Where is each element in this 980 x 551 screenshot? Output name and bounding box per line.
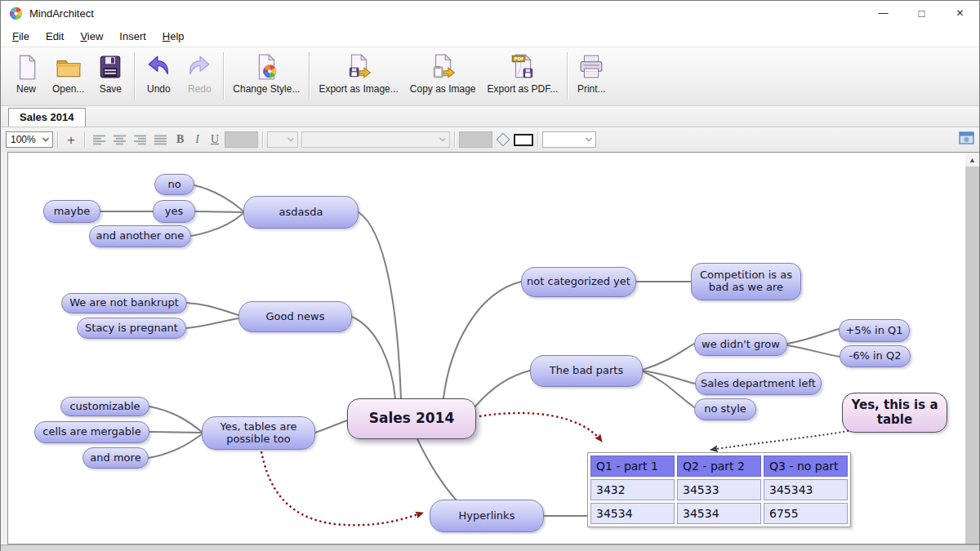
chevron-down-icon	[287, 136, 295, 143]
save-floppy-icon	[96, 51, 125, 82]
export-pdf-icon: PDF	[508, 51, 537, 82]
chevron-down-icon	[439, 136, 447, 143]
table-header-cell[interactable]: Q2 - part 2	[677, 455, 761, 477]
table-cell[interactable]: 345343	[764, 479, 848, 500]
table-header-cell[interactable]: Q3 - no part	[764, 455, 848, 477]
align-right-icon[interactable]	[130, 133, 150, 147]
mindmap-node-we-are-not-bankrupt[interactable]: We are not bankrupt	[61, 293, 187, 313]
table-row: 34534 34534 6755	[590, 503, 848, 524]
mindmap-node-plus5-q1[interactable]: +5% in Q1	[839, 319, 910, 342]
scroll-up-icon[interactable]: ▲	[965, 153, 979, 167]
shape-diamond-icon[interactable]	[497, 133, 510, 147]
close-button[interactable]: ✕	[941, 1, 979, 25]
mindmap-node-good-news[interactable]: Good news	[238, 301, 352, 332]
change-style-button[interactable]: Change Style...	[227, 50, 305, 96]
mindmap-node-sales-2014-central[interactable]: Sales 2014	[347, 398, 476, 439]
format-toolbar: 100% + B I U	[1, 127, 979, 152]
new-document-icon	[11, 51, 41, 82]
change-style-icon	[252, 51, 281, 82]
minimize-button[interactable]: —	[864, 1, 902, 25]
mindmap-node-customizable[interactable]: customizable	[60, 397, 149, 416]
tab-bar: Sales 2014	[1, 106, 979, 127]
mindmap-node-we-didnt-grow[interactable]: we didn't grow	[694, 333, 787, 356]
table-cell[interactable]: 34533	[677, 479, 761, 500]
open-button[interactable]: Open...	[47, 50, 90, 96]
bold-button[interactable]: B	[171, 132, 189, 147]
mindmap-canvas[interactable]: no maybe yes and another one asdasda We …	[7, 152, 979, 544]
copy-image-icon	[428, 51, 457, 82]
fill-color-swatch[interactable]	[459, 131, 492, 148]
mindmap-node-yes-tables-possible[interactable]: Yes, tables are possible too	[202, 416, 315, 450]
add-zoom-button[interactable]: +	[62, 133, 80, 147]
menu-edit[interactable]: Edit	[38, 28, 72, 45]
app-window: MindArchitect — □ ✕ File Edit View Inser…	[0, 0, 980, 551]
menu-file[interactable]: File	[4, 28, 38, 45]
mindmap-node-yes-this-is-a-table[interactable]: Yes, this is a table	[842, 393, 947, 433]
table-cell[interactable]: 6755	[764, 503, 848, 524]
table-cell[interactable]: 3432	[590, 479, 675, 500]
toolbar-separator	[134, 52, 135, 100]
redo-button[interactable]: Redo	[179, 50, 220, 96]
formatbar-separator	[537, 131, 538, 148]
mindmap-node-no[interactable]: no	[154, 174, 194, 195]
print-button[interactable]: Print...	[571, 50, 612, 96]
border-style-icon[interactable]	[514, 134, 533, 146]
table-row: 3432 34533 345343	[590, 479, 848, 500]
mindmap-table[interactable]: Q1 - part 1 Q2 - part 2 Q3 - no part 343…	[587, 452, 851, 527]
save-button[interactable]: Save	[90, 50, 131, 96]
line-style-select[interactable]	[542, 131, 596, 148]
main-toolbar: New Open... Save	[1, 47, 979, 106]
export-image-icon	[344, 51, 373, 82]
align-center-icon[interactable]	[109, 133, 130, 147]
export-image-button[interactable]: Export as Image...	[313, 50, 403, 96]
mindmap-node-yes[interactable]: yes	[153, 200, 195, 223]
copy-image-button[interactable]: Copy as Image	[404, 50, 482, 96]
table-cell[interactable]: 34534	[590, 503, 675, 524]
formatbar-separator	[454, 131, 455, 148]
print-icon	[577, 51, 606, 82]
vertical-scrollbar[interactable]: ▲	[965, 153, 979, 544]
font-color-swatch[interactable]	[225, 131, 258, 148]
font-family-select[interactable]	[301, 131, 450, 148]
open-folder-icon	[54, 51, 83, 82]
menu-bar: File Edit View Insert Help	[1, 25, 979, 47]
mindmap-node-competition[interactable]: Competition is as bad as we are	[691, 263, 801, 300]
toolbar-separator	[309, 52, 310, 100]
mindmap-node-the-bad-parts[interactable]: The bad parts	[530, 355, 643, 387]
table-header-cell[interactable]: Q1 - part 1	[590, 455, 675, 477]
maximize-button[interactable]: □	[902, 1, 941, 25]
align-justify-icon[interactable]	[150, 133, 171, 147]
zoom-select[interactable]: 100%	[6, 131, 53, 148]
mindmap-node-and-another-one[interactable]: and another one	[89, 225, 191, 247]
mindmap-node-not-categorized-yet[interactable]: not categorized yet	[521, 267, 636, 297]
new-button[interactable]: New	[6, 50, 47, 96]
formatbar-separator	[262, 131, 263, 148]
underline-button[interactable]: U	[205, 132, 225, 147]
mindmap-node-asdasda[interactable]: asdasda	[243, 196, 359, 229]
undo-icon	[144, 51, 173, 82]
redo-icon	[185, 51, 214, 82]
export-pdf-button[interactable]: PDF Export as PDF...	[482, 50, 564, 96]
toolbar-separator	[567, 52, 568, 100]
mindmap-node-stacy-is-pregnant[interactable]: Stacy is pregnant	[77, 318, 186, 339]
menu-insert[interactable]: Insert	[111, 28, 154, 45]
svg-text:PDF: PDF	[514, 56, 524, 61]
table-header-row: Q1 - part 1 Q2 - part 2 Q3 - no part	[590, 455, 848, 477]
mindmap-node-hyperlinks[interactable]: Hyperlinks	[430, 500, 544, 532]
table-cell[interactable]: 34534	[677, 503, 761, 524]
mindmap-node-cells-are-mergable[interactable]: cells are mergable	[34, 421, 149, 443]
menu-help[interactable]: Help	[154, 28, 193, 45]
align-left-icon[interactable]	[89, 133, 109, 147]
mindmap-node-no-style[interactable]: no style	[694, 398, 756, 420]
italic-button[interactable]: I	[189, 132, 205, 147]
panel-settings-icon[interactable]	[959, 131, 974, 148]
mindmap-node-sales-department-left[interactable]: Sales department left	[695, 372, 822, 395]
menu-view[interactable]: View	[72, 28, 111, 45]
tab-sales-2014[interactable]: Sales 2014	[8, 108, 86, 127]
mindmap-node-maybe[interactable]: maybe	[43, 200, 100, 223]
undo-button[interactable]: Undo	[138, 50, 179, 96]
formatbar-separator	[84, 131, 85, 148]
mindmap-node-minus6-q2[interactable]: -6% in Q2	[840, 345, 911, 367]
mindmap-node-and-more[interactable]: and more	[82, 447, 149, 469]
font-size-select[interactable]	[267, 131, 298, 148]
